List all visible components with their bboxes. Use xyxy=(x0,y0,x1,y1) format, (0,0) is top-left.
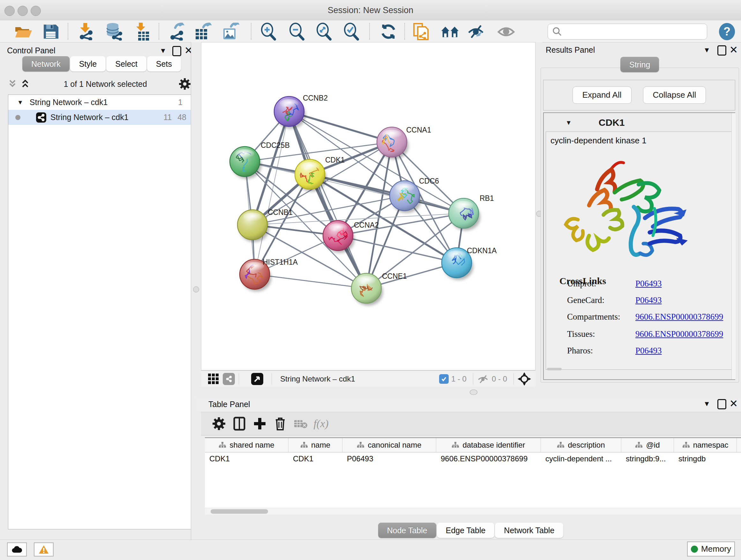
search-input[interactable] xyxy=(562,25,707,38)
network-node-cdkn1a[interactable]: CDKN1A xyxy=(442,246,497,280)
table-cell[interactable]: CDK1 xyxy=(205,452,288,465)
crosshair-icon[interactable] xyxy=(518,372,531,386)
tab-edge-table[interactable]: Edge Table xyxy=(437,523,495,538)
show-columns-button[interactable] xyxy=(229,417,250,431)
network-graph[interactable]: CCNB2CCNA1CDC25BCDK1CDC6RB1CCNB1CCNA2CDK… xyxy=(201,43,535,370)
export-network-button[interactable] xyxy=(168,22,186,41)
column-header-canonical-name[interactable]: canonical name xyxy=(342,438,436,452)
column-header-shared-name[interactable]: shared name xyxy=(205,438,288,452)
tab-style[interactable]: Style xyxy=(70,56,106,71)
duplicate-network-button[interactable] xyxy=(412,22,431,41)
import-network-from-database-button[interactable] xyxy=(105,22,123,41)
import-table-button[interactable] xyxy=(133,22,151,41)
apply-layout-button[interactable] xyxy=(379,22,398,41)
table-cell[interactable]: P06493 xyxy=(342,452,436,465)
network-node-ccna2[interactable]: CCNA2 xyxy=(323,221,379,253)
table-panel-float-button[interactable] xyxy=(718,399,726,409)
memory-button[interactable]: Memory xyxy=(687,542,735,557)
left-splitter[interactable] xyxy=(191,42,201,540)
network-edge[interactable] xyxy=(310,174,464,213)
control-panel-float-button[interactable] xyxy=(172,46,181,56)
zoom-fit-button[interactable] xyxy=(315,22,333,41)
cloud-status-button[interactable] xyxy=(7,543,27,557)
zoom-selected-button[interactable] xyxy=(342,22,360,41)
table-row[interactable]: CDK1CDK1P064939606.ENSP00000378699cyclin… xyxy=(205,452,741,465)
gene-collapse-arrow-icon[interactable]: ▼ xyxy=(565,119,572,126)
network-options-gear-icon[interactable] xyxy=(179,78,191,90)
column-header-description[interactable]: description xyxy=(541,438,621,452)
table-cell[interactable]: stringdb:9... xyxy=(621,452,674,465)
tree-expand-arrow-icon[interactable]: ▼ xyxy=(17,99,23,106)
gene-section-header[interactable]: ▼ CDK1 xyxy=(543,115,735,130)
table-settings-button[interactable] xyxy=(209,417,229,430)
crosslink-value-link[interactable]: 9606.ENSP00000378699 xyxy=(635,329,723,339)
table-hscrollbar[interactable] xyxy=(205,508,741,515)
network-node-hist1h1a[interactable]: HIST1H1A xyxy=(240,258,298,292)
delete-column-button[interactable] xyxy=(270,417,290,431)
network-node-cdk1[interactable]: CDK1 xyxy=(295,156,345,192)
warnings-button[interactable] xyxy=(34,543,54,557)
function-builder-button[interactable]: f(x) xyxy=(311,418,331,430)
network-collection-row[interactable]: ▼ String Network – cdk1 1 xyxy=(8,95,191,110)
hide-selected-button[interactable] xyxy=(467,22,485,41)
tab-network-table[interactable]: Network Table xyxy=(495,523,563,538)
export-table-button[interactable] xyxy=(193,22,212,41)
import-network-button[interactable] xyxy=(77,22,95,41)
network-node-ccna1[interactable]: CCNA1 xyxy=(377,126,431,159)
expand-all-icon[interactable] xyxy=(21,79,31,89)
horizontal-splitter[interactable] xyxy=(195,387,741,396)
network-edge[interactable] xyxy=(289,111,366,288)
tab-network[interactable]: Network xyxy=(22,56,70,71)
gene-card-hscroll-thumb[interactable] xyxy=(547,368,562,370)
birdseye-grid-icon[interactable] xyxy=(207,373,219,385)
column-header-database-identifier[interactable]: database identifier xyxy=(436,438,541,452)
table-panel-close-button[interactable]: ✕ xyxy=(728,399,739,409)
crosslink-value-link[interactable]: 9606.ENSP00000378699 xyxy=(635,312,723,321)
results-panel-collapse-button[interactable]: ▼ xyxy=(701,45,712,55)
delete-table-button[interactable] xyxy=(290,418,311,429)
column-header-namespac[interactable]: namespac xyxy=(674,438,737,452)
export-image-button[interactable] xyxy=(221,22,240,41)
network-canvas[interactable]: CCNB2CCNA1CDC25BCDK1CDC6RB1CCNB1CCNA2CDK… xyxy=(201,42,536,370)
open-session-button[interactable] xyxy=(14,22,32,41)
tab-sets[interactable]: Sets xyxy=(147,56,181,71)
column-header--id[interactable]: @id xyxy=(621,438,674,452)
tab-node-table[interactable]: Node Table xyxy=(378,523,436,538)
create-column-button[interactable] xyxy=(250,417,270,430)
tab-select[interactable]: Select xyxy=(106,56,146,71)
network-edge[interactable] xyxy=(255,274,366,288)
control-panel-collapse-button[interactable]: ▼ xyxy=(158,46,169,56)
table-cell[interactable]: 9606.ENSP00000378699 xyxy=(436,452,541,465)
hidden-eye-icon[interactable] xyxy=(477,374,489,384)
column-header-name[interactable]: name xyxy=(288,438,342,452)
crosslink-value-link[interactable]: P06493 xyxy=(635,279,662,288)
horizontal-splitter-knob[interactable] xyxy=(470,389,477,395)
expand-all-button[interactable]: Expand All xyxy=(572,86,631,104)
table-cell[interactable]: CDK1 xyxy=(288,452,342,465)
table-cell[interactable]: stringdb xyxy=(674,452,737,465)
table-cell[interactable]: cyclin-dependent ... xyxy=(541,452,621,465)
first-neighbors-button[interactable] xyxy=(441,22,459,41)
save-session-button[interactable] xyxy=(42,22,60,41)
table-panel-collapse-button[interactable]: ▼ xyxy=(701,399,712,409)
network-node-ccnb2[interactable]: CCNB2 xyxy=(274,94,328,129)
zoom-out-button[interactable] xyxy=(287,22,306,41)
selected-checkbox-icon[interactable] xyxy=(439,374,449,384)
show-all-button[interactable] xyxy=(497,22,516,41)
network-node-ccne1[interactable]: CCNE1 xyxy=(351,272,407,306)
crosslink-value-link[interactable]: P06493 xyxy=(635,346,662,355)
open-in-new-window-icon[interactable] xyxy=(251,373,263,385)
crosslink-value-link[interactable]: P06493 xyxy=(635,295,662,305)
results-tab-string[interactable]: String xyxy=(620,57,659,72)
results-panel-float-button[interactable] xyxy=(718,45,726,56)
collapse-all-button[interactable]: Collapse All xyxy=(643,86,706,104)
network-share-icon[interactable] xyxy=(223,373,235,385)
help-button[interactable]: ? xyxy=(719,23,735,40)
results-panel-close-button[interactable]: ✕ xyxy=(728,45,739,55)
network-node-rb1[interactable]: RB1 xyxy=(449,194,494,231)
network-row[interactable]: String Network – cdk1 11 48 xyxy=(8,110,191,125)
zoom-in-button[interactable] xyxy=(259,22,278,41)
table-hscrollbar-thumb[interactable] xyxy=(211,509,268,514)
left-splitter-knob[interactable] xyxy=(193,287,199,293)
gene-section-vscroll[interactable] xyxy=(731,113,736,379)
